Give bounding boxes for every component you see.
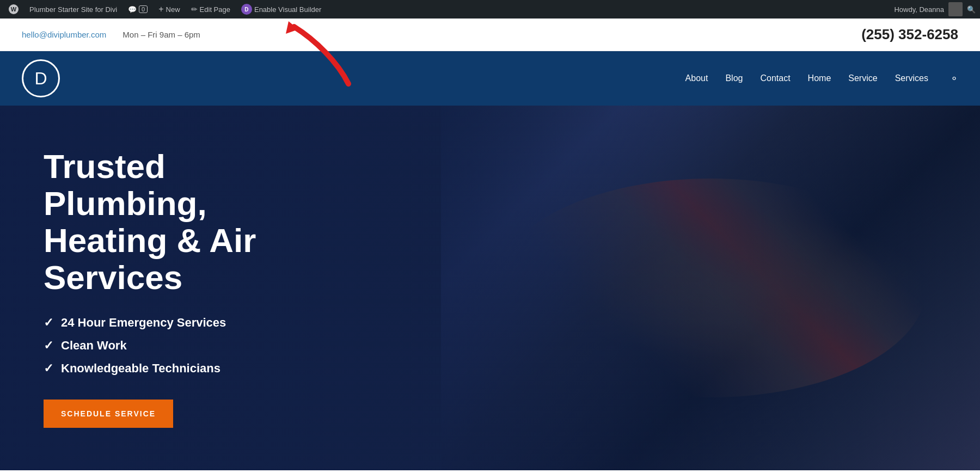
nav-link-service[interactable]: Service — [848, 73, 877, 83]
checkmark-icon-3: ✓ — [44, 361, 53, 376]
nav-link-services[interactable]: Services — [895, 73, 928, 83]
nav-link-contact[interactable]: Contact — [760, 73, 790, 83]
nav-item-service[interactable]: Service — [848, 73, 877, 83]
email-link[interactable]: hello@diviplumber.com — [22, 30, 106, 39]
hero-title: Trusted Plumbing, Heating & Air Services — [44, 148, 338, 297]
new-label: New — [166, 5, 180, 14]
nav-links: About Blog Contact Home Service Services… — [685, 72, 958, 84]
wp-logo-icon: W — [9, 4, 19, 14]
checkmark-icon-1: ✓ — [44, 316, 53, 330]
nav-link-blog[interactable]: Blog — [725, 73, 743, 83]
top-info-left: hello@diviplumber.com Mon – Fri 9am – 6p… — [22, 30, 200, 39]
divi-icon: D — [241, 4, 252, 15]
howdy-text: Howdy, Deanna — [894, 5, 944, 14]
feature-item-2: ✓ Clean Work — [44, 339, 338, 353]
phone-number: (255) 352-6258 — [861, 26, 958, 43]
search-icon[interactable]: 🔍 — [967, 5, 976, 14]
top-info-bar: hello@diviplumber.com Mon – Fri 9am – 6p… — [0, 19, 980, 51]
business-hours: Mon – Fri 9am – 6pm — [122, 30, 200, 39]
feature-item-1: ✓ 24 Hour Emergency Services — [44, 316, 338, 330]
admin-bar: W Plumber Starter Site for Divi 💬 0 + Ne… — [0, 0, 980, 19]
schedule-button-label: Schedule Service — [61, 409, 156, 418]
nav-link-about[interactable]: About — [685, 73, 708, 83]
site-logo[interactable]: D — [22, 59, 60, 97]
pencil-icon: ✏ — [191, 5, 198, 14]
wp-logo-link[interactable]: W — [4, 0, 23, 19]
schedule-service-button[interactable]: Schedule Service — [44, 400, 173, 428]
main-nav: D About Blog Contact Home Service Servic… — [0, 51, 980, 106]
nav-item-about[interactable]: About — [685, 73, 708, 83]
nav-item-home[interactable]: Home — [808, 73, 831, 83]
site-name-text: Plumber Starter Site for Divi — [29, 5, 117, 14]
checkmark-icon-2: ✓ — [44, 339, 53, 353]
comment-bubble-icon: 💬 — [128, 5, 137, 14]
comments-count: 0 — [139, 5, 148, 13]
admin-bar-right: Howdy, Deanna 🔍 — [894, 2, 976, 16]
feature-text-1: 24 Hour Emergency Services — [61, 316, 226, 330]
nav-item-services[interactable]: Services — [895, 73, 928, 83]
nav-link-home[interactable]: Home — [808, 73, 831, 83]
edit-page-link[interactable]: ✏ Edit Page — [187, 0, 235, 19]
hero-section: Trusted Plumbing, Heating & Air Services… — [0, 106, 980, 470]
plus-icon: + — [158, 4, 163, 14]
hero-content: Trusted Plumbing, Heating & Air Services… — [0, 115, 370, 461]
site-name-link[interactable]: Plumber Starter Site for Divi — [25, 0, 121, 19]
logo-letter: D — [34, 69, 47, 89]
avatar-icon — [948, 2, 963, 16]
new-link[interactable]: + New — [154, 0, 184, 19]
edit-page-label: Edit Page — [200, 5, 230, 14]
nav-search-item[interactable]: ⚬ — [946, 72, 958, 84]
nav-item-blog[interactable]: Blog — [725, 73, 743, 83]
feature-text-3: Knowledgeable Technicians — [61, 361, 220, 376]
hero-features-list: ✓ 24 Hour Emergency Services ✓ Clean Wor… — [44, 316, 338, 376]
feature-text-2: Clean Work — [61, 339, 127, 353]
nav-item-contact[interactable]: Contact — [760, 73, 790, 83]
nav-search-icon[interactable]: ⚬ — [950, 73, 958, 84]
visual-builder-link[interactable]: D Enable Visual Builder — [237, 0, 326, 19]
visual-builder-label: Enable Visual Builder — [254, 5, 321, 14]
comments-link[interactable]: 💬 0 — [124, 0, 152, 19]
feature-item-3: ✓ Knowledgeable Technicians — [44, 361, 338, 376]
admin-bar-left: W Plumber Starter Site for Divi 💬 0 + Ne… — [4, 0, 894, 19]
